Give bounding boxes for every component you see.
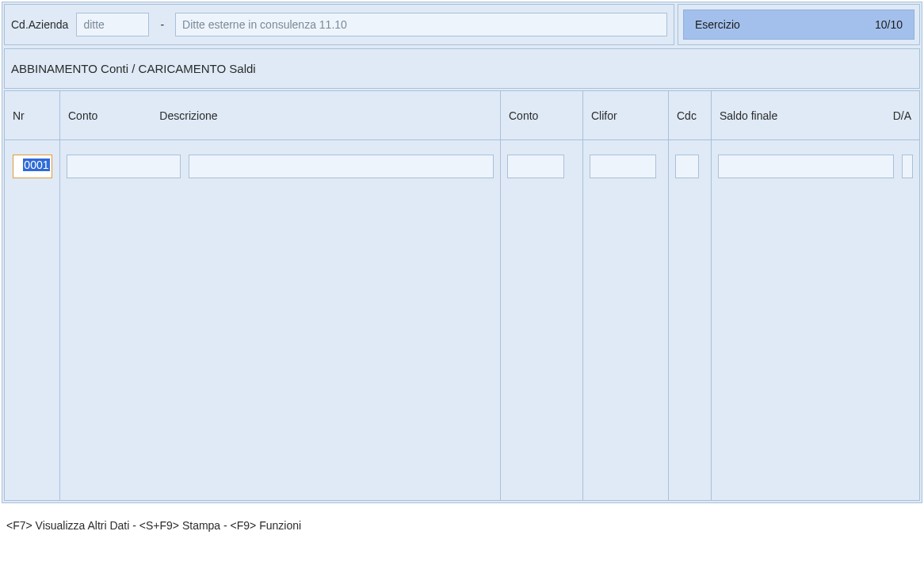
data-grid: Nr 0001 Conto Descrizione Conto Clifor [4, 90, 920, 501]
col-descrizione-header: Descrizione [159, 109, 217, 122]
esercizio-bar: Esercizio 10/10 [683, 10, 914, 40]
esercizio-label: Esercizio [695, 18, 740, 31]
cd-azienda-label: Cd.Azienda [11, 18, 68, 31]
esercizio-value: 10/10 [875, 18, 903, 31]
col-conto-desc-header: Conto Descrizione [60, 91, 500, 140]
col-saldo-finale-header: Saldo finale [720, 109, 777, 122]
col-clifor-header: Clifor [583, 91, 668, 140]
nr-input[interactable]: 0001 [13, 155, 52, 178]
conto2-input[interactable] [507, 155, 564, 178]
footer-hint: <F7> Visualizza Altri Dati - <S+F9> Stam… [0, 505, 924, 538]
col-cdc-header: Cdc [669, 91, 711, 140]
section-title: ABBINAMENTO Conti / CARICAMENTO Saldi [4, 48, 920, 89]
col-da-header: D/A [893, 109, 911, 122]
clifor-input[interactable] [590, 155, 656, 178]
col-cdc: Cdc [669, 91, 712, 500]
azienda-desc-field[interactable] [175, 13, 667, 36]
col-conto-header: Conto [68, 109, 97, 122]
col-conto2: Conto [501, 91, 583, 500]
separator: - [157, 18, 167, 31]
conto-input[interactable] [67, 155, 181, 178]
cd-azienda-field[interactable] [76, 13, 149, 36]
saldo-finale-input[interactable] [718, 155, 894, 178]
azienda-box: Cd.Azienda - [4, 4, 674, 45]
da-input[interactable] [902, 155, 913, 178]
col-clifor: Clifor [583, 91, 669, 500]
col-nr-header: Nr [5, 91, 59, 140]
col-conto2-header: Conto [501, 91, 582, 140]
col-nr: Nr 0001 [5, 91, 60, 500]
header-row: Cd.Azienda - Esercizio 10/10 [2, 2, 922, 47]
cdc-input[interactable] [675, 155, 699, 178]
main-panel: Cd.Azienda - Esercizio 10/10 ABBINAMENTO… [2, 2, 922, 503]
descrizione-input[interactable] [189, 155, 494, 178]
col-saldo-header: Saldo finale D/A [712, 91, 919, 140]
col-saldo: Saldo finale D/A [712, 91, 919, 500]
esercizio-box: Esercizio 10/10 [678, 4, 920, 45]
col-conto-desc: Conto Descrizione [60, 91, 501, 500]
